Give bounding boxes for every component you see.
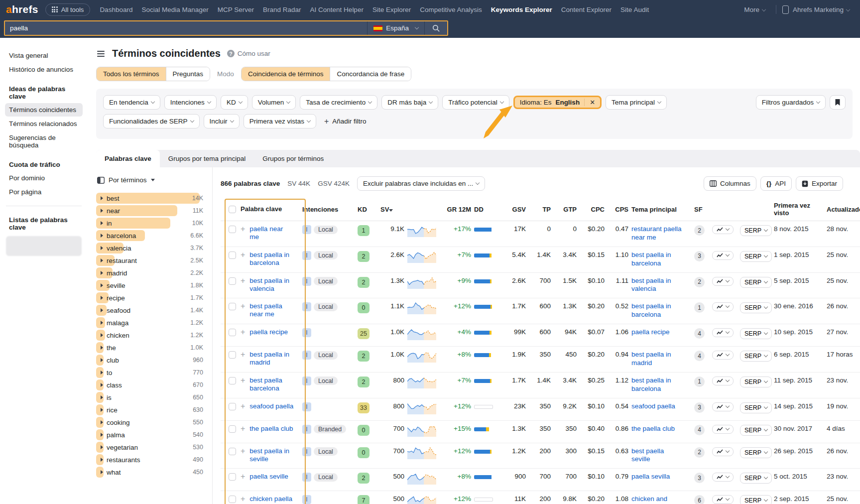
term-row-to[interactable]: to770 (96, 367, 206, 378)
serp-dropdown-button[interactable]: SERP (740, 473, 772, 484)
nav-item-content-explorer[interactable]: Content Explorer (557, 6, 616, 13)
row-checkbox[interactable] (229, 226, 236, 233)
sidebar-item-sugerencias-de-búsqueda[interactable]: Sugerencias de búsqueda (5, 131, 83, 152)
tab-palabras-clave[interactable]: Palabras clave (96, 150, 160, 167)
keyword-link[interactable]: best paella barcelona (249, 377, 293, 392)
filter-funcionalidades-de-serp[interactable]: Funcionalidades de SERP (103, 114, 200, 128)
sidebar-item-por-página[interactable]: Por página (5, 185, 83, 199)
term-row-chicken[interactable]: chicken1.2K (96, 329, 206, 341)
all-tools-button[interactable]: All tools (45, 3, 91, 16)
filter-dr-más-baja[interactable]: DR más baja (381, 95, 438, 110)
expand-icon[interactable] (101, 395, 103, 399)
row-checkbox[interactable] (229, 403, 236, 410)
term-row-recipe[interactable]: recipe1.7K (96, 292, 206, 304)
add-filter-button[interactable]: +Añadir filtro (320, 115, 370, 128)
group-by-terms-control[interactable]: Por términos (96, 176, 206, 184)
parent-topic-link[interactable]: best paella in barcelona (631, 302, 684, 319)
expand-icon[interactable] (101, 371, 103, 375)
sidebar-item-términos-coincidentes[interactable]: Términos coincidentes (5, 103, 83, 117)
segment-preguntas[interactable]: Preguntas (166, 67, 210, 81)
position-history-button[interactable] (712, 251, 734, 260)
nav-item-site-audit[interactable]: Site Audit (616, 6, 653, 13)
keyword-link[interactable]: paella recipe (249, 328, 288, 336)
add-to-list-icon[interactable]: + (241, 447, 245, 455)
expand-icon[interactable] (101, 308, 103, 312)
keyword-link[interactable]: chicken paella (249, 495, 292, 503)
row-checkbox[interactable] (229, 252, 236, 259)
term-row-vegetarian[interactable]: vegetarian530 (96, 441, 206, 453)
parent-topic-link[interactable]: best paella in barcelona (631, 377, 684, 393)
nav-item-competitive-analysis[interactable]: Competitive Analysis (415, 6, 487, 13)
parent-topic-link[interactable]: restaurant paella near me (631, 225, 684, 242)
term-row-is[interactable]: is650 (96, 391, 206, 403)
term-row-restaurants[interactable]: restaurants490 (96, 454, 206, 466)
select-all-checkbox[interactable] (229, 206, 236, 213)
term-row-class[interactable]: class670 (96, 379, 206, 391)
position-history-button[interactable] (712, 302, 734, 311)
term-row-near[interactable]: near11K (96, 205, 206, 217)
term-row-best[interactable]: best14K (96, 192, 206, 204)
row-checkbox[interactable] (229, 329, 236, 336)
serp-dropdown-button[interactable]: SERP (740, 302, 772, 313)
nav-item-mcp-server[interactable]: MCP Server (213, 6, 258, 13)
add-to-list-icon[interactable]: + (241, 277, 245, 284)
expand-icon[interactable] (101, 283, 103, 287)
position-history-button[interactable] (712, 377, 734, 385)
row-checkbox[interactable] (229, 496, 236, 503)
row-checkbox[interactable] (229, 377, 236, 384)
add-to-list-icon[interactable]: + (241, 351, 245, 358)
filter-primera-vez-vistas[interactable]: Primera vez vistas (244, 114, 316, 128)
expand-icon[interactable] (101, 296, 103, 300)
keyword-link[interactable]: the paella club (249, 425, 293, 433)
nav-item-keywords-explorer[interactable]: Keywords Explorer (487, 6, 557, 13)
tab-grupos-por-tema-principal[interactable]: Grupos por tema principal (160, 150, 254, 167)
keyword-link[interactable]: best paella in madrid (249, 351, 293, 367)
expand-icon[interactable] (101, 321, 103, 325)
parent-topic-link[interactable]: the paella club (631, 425, 675, 433)
filter-tema-principal[interactable]: Tema principal (606, 95, 667, 110)
how-to-use-link[interactable]: ? Cómo usar (227, 50, 270, 57)
segment-concordancia-de-frase[interactable]: Concordancia de frase (330, 67, 411, 81)
position-history-button[interactable] (712, 425, 734, 434)
expand-icon[interactable] (101, 196, 103, 200)
filter-tráfico-potencial[interactable]: Tráfico potencial (442, 95, 509, 110)
parent-topic-link[interactable]: best paella in madrid (631, 351, 684, 368)
segment-coincidencia-de-términos[interactable]: Coincidencia de términos (242, 67, 330, 81)
row-checkbox[interactable] (229, 303, 236, 310)
sidebar-item-histórico-de-anuncios[interactable]: Histórico de anuncios (5, 63, 83, 76)
expand-icon[interactable] (101, 258, 103, 262)
expand-icon[interactable] (101, 445, 103, 449)
keyword-link[interactable]: best paella in valencia (249, 277, 293, 293)
nav-item-ai-content-helper[interactable]: AI Content Helper (306, 6, 368, 13)
account-menu[interactable]: Ahrefs Marketing (793, 6, 854, 13)
ahrefs-logo[interactable]: ahrefs (6, 3, 38, 15)
serp-dropdown-button[interactable]: SERP (740, 425, 772, 436)
add-to-list-icon[interactable]: + (241, 402, 245, 410)
api-button[interactable]: {} API (760, 176, 792, 191)
expand-icon[interactable] (101, 408, 103, 412)
parent-topic-link[interactable]: chicken and chorizo paella (631, 495, 684, 504)
serp-dropdown-button[interactable]: SERP (740, 402, 772, 413)
term-row-valencia[interactable]: valencia3.7K (96, 242, 206, 254)
add-to-list-icon[interactable]: + (241, 302, 245, 310)
term-row-palma[interactable]: palma540 (96, 429, 206, 441)
filter-intenciones[interactable]: Intenciones (164, 95, 217, 110)
row-checkbox[interactable] (229, 448, 236, 455)
expand-icon[interactable] (101, 234, 103, 238)
add-to-list-icon[interactable]: + (241, 473, 245, 480)
expand-icon[interactable] (101, 383, 103, 387)
position-history-button[interactable] (712, 225, 734, 234)
expand-icon[interactable] (101, 470, 103, 474)
term-row-barcelona[interactable]: barcelona6.6K (96, 230, 206, 242)
serp-dropdown-button[interactable]: SERP (740, 495, 772, 504)
sidebar-item-vista-general[interactable]: Vista general (5, 49, 83, 62)
expand-icon[interactable] (101, 221, 103, 225)
expand-icon[interactable] (101, 246, 103, 250)
close-icon[interactable]: ✕ (584, 99, 600, 106)
serp-dropdown-button[interactable]: SERP (740, 328, 772, 339)
row-checkbox[interactable] (229, 473, 236, 481)
term-row-club[interactable]: club960 (96, 354, 206, 366)
sidebar-item-por-dominio[interactable]: Por dominio (5, 171, 83, 185)
position-history-button[interactable] (712, 351, 734, 360)
parent-topic-link[interactable]: best paella seville (631, 447, 684, 464)
